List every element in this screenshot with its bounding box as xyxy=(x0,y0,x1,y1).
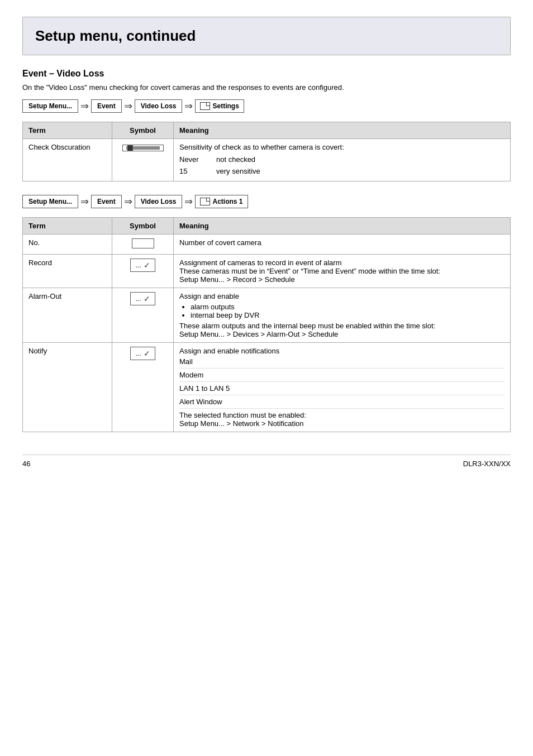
symbol-record: ... ✓ xyxy=(112,255,174,288)
breadcrumb-actions1: Actions 1 xyxy=(195,195,248,208)
section-video-loss: Event – Video Loss On the "Video Loss" m… xyxy=(22,69,511,181)
breadcrumb-video-loss-2: Video Loss xyxy=(135,195,183,208)
symbol-slider xyxy=(112,139,174,181)
btn-check-record: ... ✓ xyxy=(130,259,155,272)
arrow-icon-1: ⇒ xyxy=(80,100,89,112)
arrow-icon-2: ⇒ xyxy=(124,100,132,112)
meaning-notify: Assign and enable notifications Mail Mod… xyxy=(174,343,511,432)
breadcrumb-setup-menu-2: Setup Menu... xyxy=(22,195,78,208)
th-symbol-1: Symbol xyxy=(112,122,174,139)
table-row: Notify ... ✓ Assign and enable notificat… xyxy=(23,343,511,432)
table-settings: Term Symbol Meaning Check Obscuration Se… xyxy=(22,122,511,181)
th-term-1: Term xyxy=(23,122,112,139)
term-check-obscuration: Check Obscuration xyxy=(23,139,112,181)
th-meaning-1: Meaning xyxy=(174,122,511,139)
breadcrumb-setup-menu: Setup Menu... xyxy=(22,99,78,113)
arrow-icon-3: ⇒ xyxy=(184,100,193,112)
meaning-no: Number of covert camera xyxy=(174,235,511,255)
symbol-notify: ... ✓ xyxy=(112,343,174,432)
footer-model: DLR3-XXN/XX xyxy=(463,460,511,468)
breadcrumb-settings: Settings xyxy=(195,99,244,113)
table-row: Alarm-Out ... ✓ Assign and enable alarm … xyxy=(23,288,511,343)
term-notify: Notify xyxy=(23,343,112,432)
alarm-out-list: alarm outputs internal beep by DVR xyxy=(179,303,505,319)
doc-icon-settings xyxy=(200,102,210,110)
symbol-no xyxy=(112,235,174,255)
breadcrumb-video-loss: Video Loss xyxy=(135,99,183,113)
table-actions: Term Symbol Meaning No. Number of covert… xyxy=(22,217,511,432)
th-meaning-2: Meaning xyxy=(174,218,511,235)
meaning-record: Assignment of cameras to record in event… xyxy=(174,255,511,288)
table-row: Check Obscuration Sensitivity of check a… xyxy=(23,139,511,181)
doc-icon-actions xyxy=(200,198,210,205)
slider-handle xyxy=(127,145,133,151)
page-title: Setup menu, continued xyxy=(35,27,498,45)
table-row: Record ... ✓ Assignment of cameras to re… xyxy=(23,255,511,288)
section-actions: Setup Menu... ⇒ Event ⇒ Video Loss ⇒ Act… xyxy=(22,195,511,432)
arrow-icon-6: ⇒ xyxy=(184,195,193,208)
empty-box xyxy=(132,238,154,248)
term-no: No. xyxy=(23,235,112,255)
meaning-alarm-out: Assign and enable alarm outputs internal… xyxy=(174,288,511,343)
th-term-2: Term xyxy=(23,218,112,235)
page-footer: 46 DLR3-XXN/XX xyxy=(22,454,511,468)
term-alarm-out: Alarm-Out xyxy=(23,288,112,343)
table-row: No. Number of covert camera xyxy=(23,235,511,255)
th-symbol-2: Symbol xyxy=(112,218,174,235)
term-record: Record xyxy=(23,255,112,288)
page-header: Setup menu, continued xyxy=(22,17,511,55)
meaning-check-obscuration: Sensitivity of check as to whether camer… xyxy=(174,139,511,181)
section1-title: Event – Video Loss xyxy=(22,69,511,79)
footer-page-number: 46 xyxy=(22,460,30,468)
breadcrumb-event-2: Event xyxy=(91,195,122,208)
section1-desc: On the "Video Loss" menu checking for co… xyxy=(22,83,511,92)
breadcrumb-1: Setup Menu... ⇒ Event ⇒ Video Loss ⇒ Set… xyxy=(22,99,511,113)
arrow-icon-4: ⇒ xyxy=(80,195,89,208)
btn-check-notify: ... ✓ xyxy=(130,347,155,360)
arrow-icon-5: ⇒ xyxy=(124,195,132,208)
slider-track xyxy=(126,146,160,150)
breadcrumb-2: Setup Menu... ⇒ Event ⇒ Video Loss ⇒ Act… xyxy=(22,195,511,208)
breadcrumb-event: Event xyxy=(91,99,122,113)
btn-check-alarm-out: ... ✓ xyxy=(130,292,155,305)
symbol-alarm-out: ... ✓ xyxy=(112,288,174,343)
slider-widget xyxy=(122,145,164,151)
